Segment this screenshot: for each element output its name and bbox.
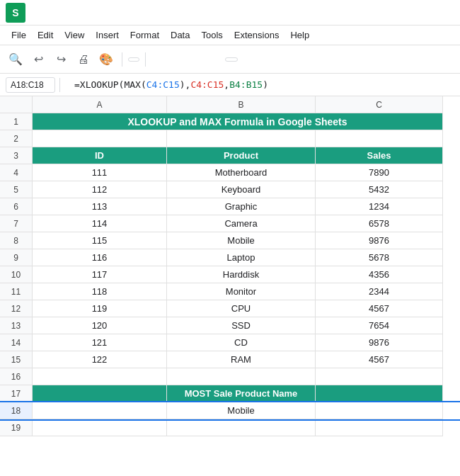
cell[interactable]: 6578 <box>316 215 443 232</box>
cell[interactable]: 114 <box>33 215 167 232</box>
cell[interactable] <box>316 402 443 419</box>
cell[interactable]: Keyboard <box>167 181 316 198</box>
font-selector[interactable] <box>225 57 238 62</box>
search-button[interactable]: 🔍 <box>6 50 25 69</box>
cell[interactable]: 5678 <box>316 249 443 266</box>
decimal2-button[interactable] <box>205 50 211 69</box>
number-format-button[interactable] <box>214 50 219 69</box>
cell[interactable]: Mobile <box>167 402 316 419</box>
zoom-control[interactable] <box>128 57 139 62</box>
col-header-a[interactable]: A <box>33 96 167 113</box>
cell[interactable] <box>167 368 316 385</box>
cell[interactable]: ID <box>33 147 167 164</box>
menu-item-data[interactable]: Data <box>165 27 195 43</box>
menu-bar: FileEditViewInsertFormatDataToolsExtensi… <box>0 26 460 45</box>
paint-format-button[interactable]: 🎨 <box>96 50 116 69</box>
cell[interactable]: Motherboard <box>167 164 316 181</box>
toolbar: 🔍 ↩ ↪ 🖨 🎨 <box>0 45 460 74</box>
undo-button[interactable]: ↩ <box>28 50 48 69</box>
cell[interactable]: Camera <box>167 215 316 232</box>
table-row: 4111Motherboard7890 <box>0 164 460 181</box>
row-number: 9 <box>0 249 33 266</box>
cell[interactable]: Monitor <box>167 283 316 300</box>
separator-1 <box>122 52 122 67</box>
menu-item-format[interactable]: Format <box>125 27 165 43</box>
row-number: 12 <box>0 300 33 317</box>
decimal1-button[interactable] <box>197 50 202 69</box>
cell[interactable]: 117 <box>33 266 167 283</box>
cell[interactable]: CPU <box>167 300 316 317</box>
cell[interactable]: 113 <box>33 198 167 215</box>
cell[interactable]: 9876 <box>316 334 443 351</box>
cell[interactable]: 122 <box>33 351 167 368</box>
cell[interactable]: 7654 <box>316 317 443 334</box>
cell[interactable] <box>316 368 443 385</box>
menu-item-insert[interactable]: Insert <box>90 27 125 43</box>
menu-item-edit[interactable]: Edit <box>32 27 59 43</box>
formula-input[interactable]: =XLOOKUP(MAX(C4:C15),C4:C15,B4:B15) <box>74 79 454 90</box>
menu-item-file[interactable]: File <box>6 27 32 43</box>
cell[interactable]: 111 <box>33 164 167 181</box>
cell[interactable]: 115 <box>33 232 167 249</box>
cell[interactable] <box>33 130 167 147</box>
cell[interactable] <box>33 419 167 436</box>
cell[interactable]: MOST Sale Product Name <box>167 385 316 402</box>
cell[interactable] <box>33 402 167 419</box>
cell[interactable] <box>316 385 443 402</box>
cell[interactable] <box>316 419 443 436</box>
cell[interactable]: 112 <box>33 181 167 198</box>
cell[interactable] <box>33 385 167 402</box>
app-icon: S <box>6 3 25 23</box>
cell[interactable]: XLOOKUP and MAX Formula in Google Sheets <box>33 113 443 130</box>
row-number: 11 <box>0 283 33 300</box>
separator-2 <box>145 52 146 67</box>
cell[interactable] <box>167 130 316 147</box>
print-button[interactable]: 🖨 <box>74 50 93 69</box>
cell-reference[interactable] <box>6 77 55 93</box>
cell[interactable]: 4567 <box>316 351 443 368</box>
table-row: 10117Harddisk4356 <box>0 266 460 283</box>
row-number: 6 <box>0 198 33 215</box>
cell[interactable]: Harddisk <box>167 266 316 283</box>
cell[interactable]: Graphic <box>167 198 316 215</box>
cell[interactable]: 7890 <box>316 164 443 181</box>
formula-bar: =XLOOKUP(MAX(C4:C15),C4:C15,B4:B15) <box>0 74 460 96</box>
cell[interactable]: 116 <box>33 249 167 266</box>
menu-item-extensions[interactable]: Extensions <box>229 27 285 43</box>
row-number: 19 <box>0 419 33 436</box>
currency-button[interactable] <box>151 50 171 69</box>
cell[interactable]: 121 <box>33 334 167 351</box>
cell[interactable]: 120 <box>33 317 167 334</box>
cell[interactable]: RAM <box>167 351 316 368</box>
cell[interactable]: Product <box>167 147 316 164</box>
row-number: 13 <box>0 317 33 334</box>
menu-item-tools[interactable]: Tools <box>195 27 228 43</box>
col-header-c[interactable]: C <box>316 96 443 113</box>
row-number: 10 <box>0 266 33 283</box>
row-number: 4 <box>0 164 33 181</box>
col-header-b[interactable]: B <box>167 96 316 113</box>
redo-button[interactable]: ↪ <box>51 50 71 69</box>
percent-button[interactable] <box>174 50 194 69</box>
cell[interactable]: 2344 <box>316 283 443 300</box>
cell[interactable]: 119 <box>33 300 167 317</box>
cell[interactable]: 4567 <box>316 300 443 317</box>
cell[interactable]: 1234 <box>316 198 443 215</box>
table-row: 16 <box>0 368 460 385</box>
cell[interactable]: CD <box>167 334 316 351</box>
cell[interactable]: SSD <box>167 317 316 334</box>
table-row: 3IDProductSales <box>0 147 460 164</box>
cell[interactable]: Sales <box>316 147 443 164</box>
cell[interactable]: 118 <box>33 283 167 300</box>
cell[interactable] <box>316 130 443 147</box>
cell[interactable] <box>33 368 167 385</box>
cell[interactable]: Laptop <box>167 249 316 266</box>
cell[interactable]: 9876 <box>316 232 443 249</box>
table-row: 11118Monitor2344 <box>0 283 460 300</box>
menu-item-help[interactable]: Help <box>284 27 315 43</box>
cell[interactable]: 4356 <box>316 266 443 283</box>
cell[interactable]: Mobile <box>167 232 316 249</box>
menu-item-view[interactable]: View <box>59 27 90 43</box>
cell[interactable]: 5432 <box>316 181 443 198</box>
cell[interactable] <box>167 419 316 436</box>
